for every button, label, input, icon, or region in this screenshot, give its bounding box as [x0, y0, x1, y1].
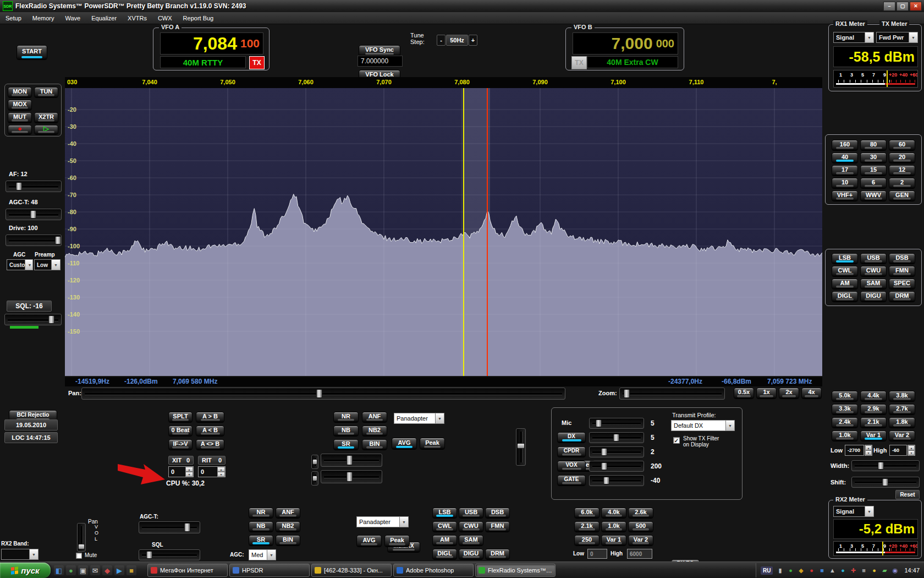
rx2-dsp-button-sr[interactable]: SR: [249, 535, 273, 546]
filter-button-2-9k[interactable]: 2.9k: [860, 404, 887, 415]
rx2-filter-button-4-0k[interactable]: 4.0k: [601, 508, 626, 519]
squelch-slider[interactable]: [4, 314, 62, 325]
vfo-b-display[interactable]: 7,000 000: [573, 32, 678, 54]
rx2-mute-checkbox[interactable]: [76, 553, 82, 559]
rx2-mode-button-am[interactable]: AM: [432, 535, 457, 546]
filter-button-var-1[interactable]: Var 1: [860, 430, 887, 441]
tx-gate-slider[interactable]: [589, 475, 644, 486]
tray-icon-8[interactable]: ■: [859, 566, 868, 575]
band-button-160[interactable]: 160: [832, 140, 858, 151]
band-button-40[interactable]: 40: [832, 152, 858, 163]
dsp-button-anf[interactable]: ANF: [362, 412, 387, 423]
dsp-button-nb2[interactable]: NB2: [362, 426, 387, 437]
rx2-mode-button-cwu[interactable]: CWU: [459, 521, 483, 532]
mode-button-am[interactable]: AM: [832, 279, 858, 290]
monitor-level-slider[interactable]: [516, 428, 526, 466]
rx2-filter-button-2-6k[interactable]: 2.6k: [628, 508, 653, 519]
slider-thumb[interactable]: [146, 551, 152, 559]
show-tx-filter-checkbox[interactable]: ✓: [673, 437, 680, 444]
taskbar-task-1[interactable]: HPSDR: [229, 564, 310, 577]
button-if-v[interactable]: IF->V: [168, 439, 193, 450]
band-button-15[interactable]: 15: [860, 165, 887, 176]
tx-dx-button[interactable]: DX: [557, 432, 586, 443]
rit-input[interactable]: 0▲▼: [198, 466, 226, 477]
multirx-pan-slider[interactable]: [311, 455, 318, 469]
mode-button-sam[interactable]: SAM: [860, 279, 887, 290]
pan-slider[interactable]: [81, 388, 565, 400]
tx-vox-slider[interactable]: [589, 461, 644, 472]
tx-cpdr-button[interactable]: CPDR: [557, 446, 586, 457]
filter-low-input[interactable]: -2700: [845, 445, 864, 456]
rx2-dsp-button-nr[interactable]: NR: [249, 508, 273, 519]
chevron-down-icon[interactable]: ▼: [267, 550, 276, 560]
tray-icon-9[interactable]: ●: [870, 566, 878, 575]
mode-button-cwl[interactable]: CWL: [832, 266, 858, 277]
start-button[interactable]: START: [16, 45, 47, 60]
spin-down-icon[interactable]: ▼: [908, 450, 915, 455]
agc-t-slider[interactable]: [6, 209, 62, 220]
tx-gate-button[interactable]: GATE: [557, 475, 586, 486]
chevron-down-icon[interactable]: ▼: [29, 549, 38, 559]
rx2-filter-button-6-0k[interactable]: 6.0k: [574, 508, 600, 519]
button-splt[interactable]: SPLT: [168, 412, 193, 423]
agc-select[interactable]: Custo▼: [7, 259, 33, 270]
band-button-2[interactable]: 2: [889, 178, 915, 189]
rx2-button-peak[interactable]: Peak: [384, 535, 410, 547]
band-button-60[interactable]: 60: [889, 140, 915, 151]
slider-thumb[interactable]: [517, 443, 525, 449]
band-button-10[interactable]: 10: [832, 178, 858, 189]
rx2-filter-button-500[interactable]: 500: [628, 521, 653, 532]
frequency-entry[interactable]: 7.000000: [358, 56, 403, 67]
menu-item-4[interactable]: XVTRs: [122, 15, 152, 21]
language-indicator[interactable]: RU: [761, 566, 773, 575]
button-4x[interactable]: 4x: [801, 388, 822, 399]
tune-step-minus-button[interactable]: -: [437, 35, 446, 46]
tx-cpdr-slider[interactable]: [589, 446, 644, 457]
slider-thumb[interactable]: [16, 182, 22, 190]
quick-launch-icon-2[interactable]: ▣: [78, 565, 88, 575]
rx2-filter-button-var-2[interactable]: Var 2: [628, 535, 653, 546]
quick-launch-icon-6[interactable]: ■: [127, 565, 136, 575]
rx2-mode-button-drm[interactable]: DRM: [485, 549, 510, 560]
tray-icon-10[interactable]: ▰: [880, 566, 889, 575]
tune-step-plus-button[interactable]: +: [469, 35, 477, 46]
mode-button-fmn[interactable]: FMN: [889, 266, 915, 277]
taskbar-task-4[interactable]: FlexRadio Systems™ ...: [475, 564, 556, 577]
spin-down-icon[interactable]: ▼: [217, 472, 225, 477]
filter-button-3-8k[interactable]: 3.8k: [889, 391, 915, 402]
filter-button-2-1k[interactable]: 2.1k: [860, 417, 887, 428]
tx-mic-slider[interactable]: [589, 418, 644, 429]
slider-thumb[interactable]: [312, 459, 317, 465]
tray-icon-3[interactable]: ●: [807, 566, 816, 575]
rx2-pan-slider[interactable]: [77, 523, 86, 552]
rx2-mode-button-lsb[interactable]: LSB: [432, 508, 457, 519]
rx2-mode-button-digu[interactable]: DIGU: [459, 549, 483, 560]
slider-thumb[interactable]: [603, 477, 609, 484]
button-2x[interactable]: 2x: [779, 388, 799, 399]
tray-icon-0[interactable]: ▮: [776, 566, 784, 575]
tray-icon-2[interactable]: ◆: [796, 566, 805, 575]
multirx-pan2-slider[interactable]: [311, 471, 318, 486]
tx-meter-mode-select[interactable]: Fwd Pwr▼: [876, 32, 918, 43]
tray-icon-11[interactable]: ◉: [890, 566, 899, 575]
start-menu-button[interactable]: пуск: [0, 563, 51, 578]
tray-icon-5[interactable]: ▲: [828, 566, 837, 575]
rx1-meter-mode-select[interactable]: Signal▼: [833, 32, 874, 43]
mode-button-digu[interactable]: DIGU: [860, 291, 887, 302]
rx2-band-select[interactable]: ▼: [1, 549, 38, 560]
af-gain-slider[interactable]: [6, 181, 62, 192]
filter-button-5-0k[interactable]: 5.0k: [832, 391, 858, 402]
band-button-80[interactable]: 80: [860, 140, 887, 151]
button-tun[interactable]: TUN: [34, 87, 58, 98]
chevron-down-icon[interactable]: ▼: [399, 517, 408, 527]
filter-button-1-8k[interactable]: 1.8k: [889, 417, 915, 428]
mode-button-lsb[interactable]: LSB: [832, 253, 858, 264]
quick-launch-icon-1[interactable]: ●: [66, 565, 76, 575]
vfo-b-tx-button[interactable]: TX: [571, 56, 587, 69]
slider-thumb[interactable]: [30, 210, 36, 219]
button-0-beat[interactable]: 0 Beat: [168, 426, 193, 437]
vfo-sync-button[interactable]: VFO Sync: [359, 45, 400, 57]
slider-thumb[interactable]: [346, 472, 353, 482]
spin-down-icon[interactable]: ▼: [865, 450, 872, 455]
menu-item-1[interactable]: Memory: [27, 15, 60, 21]
